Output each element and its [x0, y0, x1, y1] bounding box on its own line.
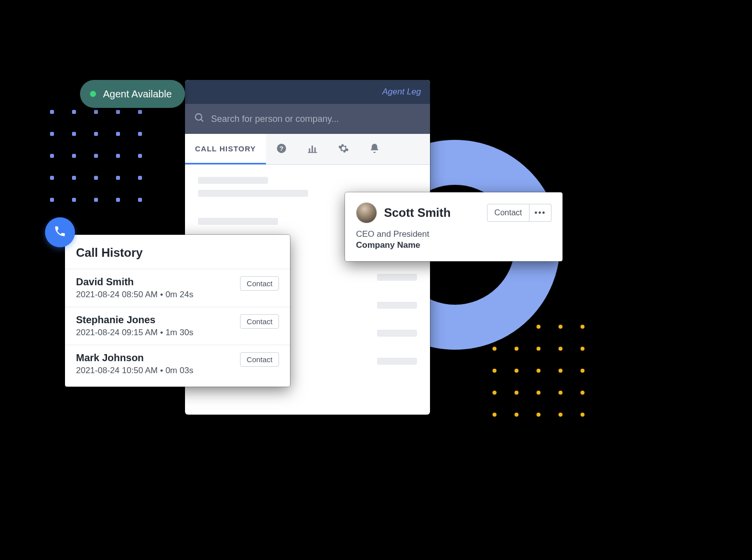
agent-status-label: Agent Available	[103, 88, 172, 100]
app-topbar: Agent Leg	[185, 80, 430, 104]
contact-card: Scott Smith Contact ••• CEO and Presiden…	[345, 192, 562, 261]
gear-icon	[338, 143, 349, 156]
call-meta: 2021-08-24 08:50 AM • 0m 24s	[76, 290, 194, 300]
call-name: Stephanie Jones	[76, 314, 194, 326]
contact-button[interactable]: Contact	[240, 276, 279, 291]
search-icon	[194, 112, 205, 125]
app-tabs: CALL HISTORY ?	[185, 134, 430, 165]
more-button[interactable]: •••	[530, 204, 552, 222]
contact-name: Scott Smith	[384, 206, 480, 220]
search-bar[interactable]	[185, 104, 430, 134]
stage: Agent Leg CALL HISTORY ?	[0, 0, 752, 560]
call-history-row: Stephanie Jones 2021-08-24 09:15 AM • 1m…	[65, 307, 290, 345]
tab-call-history[interactable]: CALL HISTORY	[185, 134, 266, 164]
svg-line-1	[201, 119, 204, 122]
tab-stats[interactable]	[297, 134, 328, 164]
tab-settings[interactable]	[328, 134, 359, 164]
search-input[interactable]	[211, 114, 421, 124]
agent-status-pill[interactable]: Agent Available	[80, 80, 185, 108]
call-history-row: Mark Johnson 2021-08-24 10:50 AM • 0m 03…	[65, 345, 290, 383]
contact-button[interactable]: Contact	[240, 314, 279, 329]
call-history-row: David Smith 2021-08-24 08:50 AM • 0m 24s…	[65, 269, 290, 307]
contact-button[interactable]: Contact	[240, 352, 279, 367]
call-meta: 2021-08-24 10:50 AM • 0m 03s	[76, 366, 194, 376]
avatar	[356, 202, 377, 223]
svg-rect-5	[312, 145, 313, 152]
status-dot-icon	[90, 91, 96, 97]
bar-chart-icon	[307, 143, 318, 156]
phone-badge[interactable]	[45, 217, 75, 247]
call-meta: 2021-08-24 09:15 AM • 1m 30s	[76, 328, 194, 338]
tab-help[interactable]: ?	[266, 134, 297, 164]
decorative-dots-blue	[50, 110, 142, 202]
call-history-title: Call History	[65, 241, 290, 269]
contact-title: CEO and President	[356, 229, 552, 239]
svg-rect-7	[308, 152, 317, 153]
bell-icon	[369, 143, 380, 156]
tab-notifications[interactable]	[359, 134, 390, 164]
phone-icon	[54, 225, 66, 240]
decorative-dots-amber	[492, 325, 584, 417]
contact-button[interactable]: Contact	[487, 204, 530, 222]
svg-text:?: ?	[280, 144, 284, 152]
agent-leg-link[interactable]: Agent Leg	[382, 87, 421, 97]
call-history-card: Call History David Smith 2021-08-24 08:5…	[65, 235, 290, 387]
svg-rect-4	[308, 148, 310, 152]
svg-point-0	[196, 114, 202, 120]
contact-company: Company Name	[356, 240, 552, 250]
svg-rect-6	[314, 147, 316, 152]
help-icon: ?	[276, 143, 287, 156]
call-name: Mark Johnson	[76, 352, 194, 364]
call-name: David Smith	[76, 276, 194, 288]
